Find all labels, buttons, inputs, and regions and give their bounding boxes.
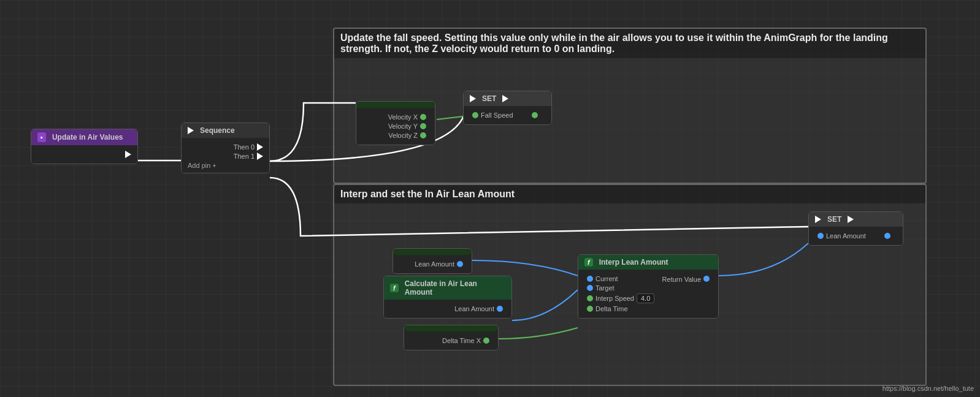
- set-lean-exec-in: [815, 216, 821, 223]
- lean-source-body: Lean Amount: [393, 255, 472, 273]
- set-lean-node[interactable]: SET Lean Amount: [808, 211, 903, 246]
- interp-lean-node[interactable]: f Interp Lean Amount Current Target Inte…: [578, 254, 719, 319]
- interp-target-row: Target: [584, 284, 654, 292]
- interp-target-pin: [587, 285, 593, 291]
- calc-lean-pin: [497, 306, 503, 312]
- interp-speed-value[interactable]: 4.0: [637, 293, 654, 303]
- set-fall-speed-node[interactable]: SET Fall Speed: [463, 91, 552, 125]
- vel-y-row: Velocity Y: [362, 123, 429, 130]
- then0-row: Then 0: [188, 143, 263, 151]
- vel-x-pin: [420, 114, 426, 120]
- sequence-header: Sequence: [182, 123, 269, 138]
- update-node-body: [31, 145, 137, 164]
- sequence-exec-in: [188, 127, 194, 134]
- update-exec-arrow: [125, 151, 131, 158]
- delta-header: [404, 325, 498, 331]
- delta-row: Delta Time X: [410, 337, 492, 344]
- set-lean-out-pin: [884, 233, 890, 239]
- set-lean-body: Lean Amount: [809, 227, 903, 245]
- set-lean-header: SET: [809, 212, 903, 227]
- lean-source-header: [393, 249, 472, 255]
- vel-x-row: Velocity X: [362, 113, 429, 121]
- then1-row: Then 1: [188, 153, 263, 160]
- velocity-header: [356, 102, 435, 108]
- velocity-body: Velocity X Velocity Y Velocity Z: [356, 108, 435, 145]
- interp-current-pin: [587, 276, 593, 282]
- interp-header: f Interp Lean Amount: [578, 255, 718, 270]
- calc-lean-row: Lean Amount: [390, 305, 505, 312]
- then1-exec: [257, 153, 263, 160]
- set-fall-exec-in: [470, 95, 476, 102]
- set-lean-exec-out: [848, 216, 854, 223]
- velocity-node[interactable]: Velocity X Velocity Y Velocity Z: [356, 101, 435, 145]
- set-fall-header: SET: [464, 91, 551, 106]
- set-fall-exec-out: [502, 95, 508, 102]
- lean-source-row: Lean Amount: [399, 260, 465, 268]
- lean-amount-source-node[interactable]: Lean Amount: [392, 248, 472, 274]
- vel-z-pin: [420, 132, 426, 138]
- update-exec-out: [37, 151, 131, 158]
- sequence-node[interactable]: Sequence Then 0 Then 1 Add pin +: [181, 123, 270, 173]
- delta-time-node[interactable]: Delta Time X: [404, 325, 499, 350]
- comment-title-1: Update the fall speed. Setting this valu…: [334, 29, 925, 58]
- delta-body: Delta Time X: [404, 331, 498, 350]
- comment-title-2: Interp and set the In Air Lean Amount: [334, 185, 925, 203]
- sequence-body: Then 0 Then 1 Add pin +: [182, 138, 269, 173]
- set-lean-row: Lean Amount: [815, 232, 897, 240]
- interp-f-badge: f: [584, 258, 593, 267]
- interp-speed-row: Interp Speed 4.0: [584, 293, 654, 303]
- set-lean-pin: [817, 233, 824, 239]
- interp-delta-row: Delta Time: [584, 305, 654, 312]
- add-pin[interactable]: Add pin +: [188, 162, 263, 169]
- calculate-lean-node[interactable]: f Calculate in Air Lean Amount Lean Amou…: [383, 276, 512, 319]
- fall-speed-row: Fall Speed: [470, 112, 545, 119]
- calculate-body: Lean Amount: [384, 300, 511, 318]
- fall-speed-out-pin: [532, 112, 538, 118]
- vel-z-row: Velocity Z: [362, 132, 429, 139]
- interp-current-row: Current: [584, 275, 654, 282]
- calculate-f-badge: f: [390, 284, 399, 292]
- watermark: https://blog.csdn.net/hello_tute: [882, 385, 974, 392]
- interp-speed-pin: [587, 295, 593, 301]
- fall-speed-pin: [472, 112, 478, 118]
- update-node-header: ▪ Update in Air Values: [31, 129, 137, 145]
- interp-delta-pin: [587, 306, 593, 312]
- update-in-air-values-node[interactable]: ▪ Update in Air Values: [31, 129, 138, 164]
- then0-exec: [257, 143, 263, 151]
- lean-source-pin: [457, 261, 463, 267]
- calculate-header: f Calculate in Air Lean Amount: [384, 276, 511, 300]
- sequence-title: Sequence: [200, 126, 235, 135]
- interp-return-pin: [703, 276, 710, 282]
- update-node-title: Update in Air Values: [52, 133, 123, 142]
- vel-y-pin: [420, 123, 426, 129]
- interp-body: Current Target Interp Speed 4.0 Delta Ti…: [578, 270, 718, 318]
- delta-pin: [483, 338, 489, 344]
- set-fall-body: Fall Speed: [464, 106, 551, 124]
